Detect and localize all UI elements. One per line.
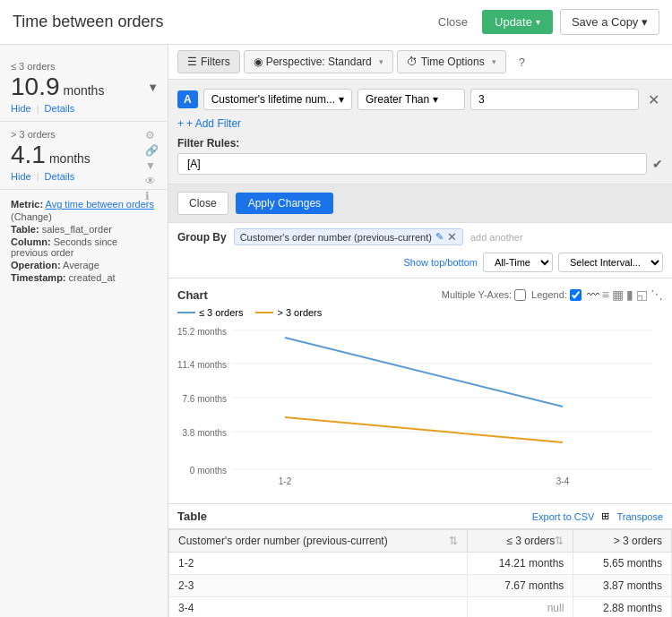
table-header-bar: Table Export to CSV ⊞ Transpose xyxy=(168,504,672,529)
filter-icon[interactable]: ▼ xyxy=(145,159,159,172)
bar-chart-icon[interactable]: ≡ xyxy=(602,287,609,302)
groupby-remove-icon[interactable]: ✕ xyxy=(447,231,457,243)
tab-filters[interactable]: ☰ Filters xyxy=(177,50,240,73)
legend-line-lte3 xyxy=(177,312,195,313)
filter-rule-box: [A] xyxy=(177,153,647,175)
filter-remove-button[interactable]: ✕ xyxy=(644,91,663,108)
update-chevron-icon: ▾ xyxy=(536,17,540,27)
info-icon[interactable]: ℹ xyxy=(145,190,159,202)
row3-gt3: 2.88 months xyxy=(573,597,672,618)
all-time-select[interactable]: All-Time xyxy=(483,253,553,272)
groupby-add-another[interactable]: add another xyxy=(470,232,523,243)
groupby-bar: Group By Customer's order number (previo… xyxy=(168,223,672,279)
gt3-value: 4.1 xyxy=(11,141,46,169)
groupby-right: Show top/bottom All-Time Select Interval… xyxy=(403,253,663,272)
perspective-chevron-icon: ▾ xyxy=(379,57,383,66)
chart-header: Chart Multiple Y-Axes: Legend: 〰 ≡ ▦ ▮ xyxy=(177,287,663,302)
legend-label-lte3: ≤ 3 orders xyxy=(199,307,243,318)
svg-text:15.2 months: 15.2 months xyxy=(177,327,227,337)
sort-icon[interactable]: ⇅ xyxy=(449,535,458,547)
gt3-hide-link[interactable]: Hide xyxy=(11,171,31,182)
sort-lte3-icon[interactable]: ⇅ xyxy=(555,535,564,547)
show-topbottom-link[interactable]: Show top/bottom xyxy=(403,257,478,268)
link-icon[interactable]: 🔗 xyxy=(145,144,159,157)
legend-line-gt3 xyxy=(255,312,273,313)
row2-gt3: 3.87 months xyxy=(573,575,672,597)
lte3-details-link[interactable]: Details xyxy=(45,103,75,114)
page-title: Time between orders xyxy=(13,13,163,31)
sidebar-section-gt3: > 3 orders 4.1 months Hide | Details ⚙ 🔗… xyxy=(0,122,168,190)
area-chart-icon[interactable]: ◱ xyxy=(636,287,648,302)
multiple-y-axes-checkbox[interactable] xyxy=(514,289,526,301)
chart-legend: ≤ 3 orders > 3 orders xyxy=(177,307,663,318)
operator-chevron-icon: ▾ xyxy=(433,93,438,106)
operation-row: Operation: Average xyxy=(11,260,157,270)
table-actions: Export to CSV ⊞ Transpose xyxy=(532,510,663,522)
tab-help[interactable]: ? xyxy=(510,51,534,73)
column-row: Column: Seconds since previous order xyxy=(11,236,157,258)
apply-changes-button[interactable]: Apply Changes xyxy=(236,193,333,214)
clock-tab-icon: ⏱ xyxy=(407,56,418,68)
gt3-links: Hide | Details xyxy=(11,171,157,182)
gt3-details-link[interactable]: Details xyxy=(45,171,75,182)
row1-lte3: 14.21 months xyxy=(468,553,573,575)
svg-text:3-4: 3-4 xyxy=(556,476,570,486)
main-layout: ≤ 3 orders 10.9 months Hide | Details ▼ … xyxy=(0,45,672,617)
table-section: Table Export to CSV ⊞ Transpose Customer… xyxy=(168,503,672,617)
col-header-gt3: > 3 orders xyxy=(573,530,672,553)
legend-label: Legend: xyxy=(531,289,582,301)
gt3-condition: > 3 orders xyxy=(11,129,157,140)
gt3-unit: months xyxy=(49,151,90,166)
filter-close-button[interactable]: Close xyxy=(177,192,228,215)
sidebar-action-icons: ⚙ 🔗 ▼ 👁 ℹ xyxy=(145,129,159,202)
filter-tab-icon: ☰ xyxy=(187,56,197,68)
transpose-button[interactable]: Transpose xyxy=(616,511,663,522)
update-button[interactable]: Update ▾ xyxy=(482,10,553,34)
save-copy-button[interactable]: Save a Copy ▾ xyxy=(560,9,659,35)
close-button[interactable]: Close xyxy=(431,12,475,32)
svg-text:1-2: 1-2 xyxy=(279,476,292,486)
tab-time-options[interactable]: ⏱ Time Options ▾ xyxy=(397,50,506,73)
gear-icon[interactable]: ⚙ xyxy=(145,129,159,141)
chart-svg-container: 15.2 months 11.4 months 7.6 months 3.8 m… xyxy=(177,321,663,499)
col-header-lte3: ≤ 3 orders ⇅ xyxy=(468,530,573,553)
add-filter-button[interactable]: + + Add Filter xyxy=(177,117,663,130)
filter-field-select[interactable]: Customer's lifetime num... ▾ xyxy=(203,89,352,110)
chart-svg: 15.2 months 11.4 months 7.6 months 3.8 m… xyxy=(177,321,657,496)
interval-select[interactable]: Select Interval... xyxy=(558,253,663,272)
legend-item-gt3: > 3 orders xyxy=(255,307,322,318)
grid-icon: ⊞ xyxy=(601,510,609,522)
metric-change: (Change) xyxy=(11,211,157,222)
filter-rules-label: Filter Rules: xyxy=(177,137,663,150)
lte3-hide-link[interactable]: Hide xyxy=(11,103,31,114)
header-actions: Close Update ▾ Save a Copy ▾ xyxy=(431,9,659,35)
groupby-label: Group By xyxy=(177,231,227,244)
save-copy-chevron-icon: ▾ xyxy=(642,15,648,29)
svg-text:7.6 months: 7.6 months xyxy=(183,394,227,404)
filter-value-input[interactable] xyxy=(470,89,639,110)
table-row: Table: sales_flat_order xyxy=(11,224,157,235)
stacked-bar-icon[interactable]: ▦ xyxy=(612,287,624,302)
filter-badge: A xyxy=(177,90,198,108)
line-chart-icon[interactable]: 〰 xyxy=(587,287,599,302)
export-csv-button[interactable]: Export to CSV xyxy=(532,511,595,522)
chart-controls: Multiple Y-Axes: Legend: 〰 ≡ ▦ ▮ ◱ ⋱ xyxy=(442,287,663,302)
filter-rule-check-icon: ✔ xyxy=(652,157,663,171)
lte3-metric-row: 10.9 months xyxy=(11,73,157,101)
svg-text:0 months: 0 months xyxy=(190,466,227,476)
scatter-chart-icon[interactable]: ⋱ xyxy=(650,287,663,302)
column-chart-icon[interactable]: ▮ xyxy=(626,287,633,302)
tab-perspective[interactable]: ◉ Perspective: Standard ▾ xyxy=(244,50,393,73)
filter-rules-row: [A] ✔ xyxy=(177,153,663,175)
chart-type-icons: 〰 ≡ ▦ ▮ ◱ ⋱ xyxy=(587,287,663,302)
metric-link[interactable]: Avg time between orders xyxy=(46,199,154,210)
gt3-metric-row: 4.1 months xyxy=(11,141,157,169)
legend-checkbox[interactable] xyxy=(570,289,582,301)
row1-gt3: 5.65 months xyxy=(573,553,672,575)
filter-operator-select[interactable]: Greater Than ▾ xyxy=(358,89,465,110)
row2-order: 2-3 xyxy=(169,575,468,597)
groupby-tag: Customer's order number (previous-curren… xyxy=(234,228,463,245)
eye-icon[interactable]: 👁 xyxy=(145,175,159,187)
row1-order: 1-2 xyxy=(169,553,468,575)
groupby-edit-icon[interactable]: ✎ xyxy=(435,231,444,243)
